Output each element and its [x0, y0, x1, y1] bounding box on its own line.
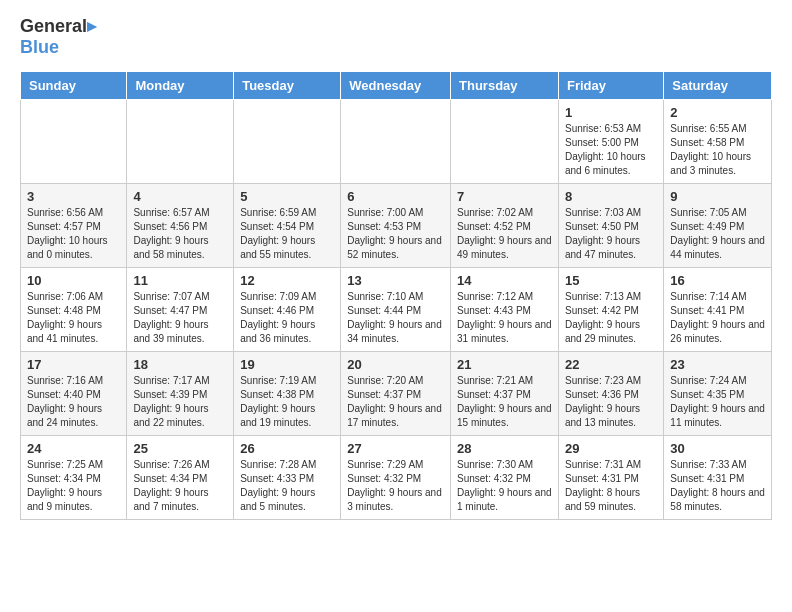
calendar-header-friday: Friday — [558, 72, 663, 100]
day-info: Sunrise: 7:28 AM Sunset: 4:33 PM Dayligh… — [240, 458, 334, 514]
calendar-cell — [21, 100, 127, 184]
day-info: Sunrise: 7:13 AM Sunset: 4:42 PM Dayligh… — [565, 290, 657, 346]
calendar-cell: 24Sunrise: 7:25 AM Sunset: 4:34 PM Dayli… — [21, 436, 127, 520]
day-number: 19 — [240, 357, 334, 372]
day-number: 11 — [133, 273, 227, 288]
calendar-cell: 8Sunrise: 7:03 AM Sunset: 4:50 PM Daylig… — [558, 184, 663, 268]
calendar-cell: 20Sunrise: 7:20 AM Sunset: 4:37 PM Dayli… — [341, 352, 451, 436]
day-info: Sunrise: 7:07 AM Sunset: 4:47 PM Dayligh… — [133, 290, 227, 346]
day-info: Sunrise: 7:26 AM Sunset: 4:34 PM Dayligh… — [133, 458, 227, 514]
day-info: Sunrise: 7:16 AM Sunset: 4:40 PM Dayligh… — [27, 374, 120, 430]
calendar-header-wednesday: Wednesday — [341, 72, 451, 100]
calendar-cell: 15Sunrise: 7:13 AM Sunset: 4:42 PM Dayli… — [558, 268, 663, 352]
day-number: 29 — [565, 441, 657, 456]
day-info: Sunrise: 7:25 AM Sunset: 4:34 PM Dayligh… — [27, 458, 120, 514]
day-info: Sunrise: 6:59 AM Sunset: 4:54 PM Dayligh… — [240, 206, 334, 262]
day-number: 17 — [27, 357, 120, 372]
calendar-cell: 25Sunrise: 7:26 AM Sunset: 4:34 PM Dayli… — [127, 436, 234, 520]
day-info: Sunrise: 7:19 AM Sunset: 4:38 PM Dayligh… — [240, 374, 334, 430]
day-number: 8 — [565, 189, 657, 204]
calendar-header-thursday: Thursday — [451, 72, 559, 100]
day-number: 15 — [565, 273, 657, 288]
calendar-cell: 6Sunrise: 7:00 AM Sunset: 4:53 PM Daylig… — [341, 184, 451, 268]
calendar-week-1: 1Sunrise: 6:53 AM Sunset: 5:00 PM Daylig… — [21, 100, 772, 184]
day-number: 13 — [347, 273, 444, 288]
logo-text: General▸ Blue — [20, 16, 96, 57]
day-number: 1 — [565, 105, 657, 120]
calendar-cell: 27Sunrise: 7:29 AM Sunset: 4:32 PM Dayli… — [341, 436, 451, 520]
calendar-cell: 12Sunrise: 7:09 AM Sunset: 4:46 PM Dayli… — [234, 268, 341, 352]
day-info: Sunrise: 7:30 AM Sunset: 4:32 PM Dayligh… — [457, 458, 552, 514]
day-info: Sunrise: 6:56 AM Sunset: 4:57 PM Dayligh… — [27, 206, 120, 262]
calendar-cell: 28Sunrise: 7:30 AM Sunset: 4:32 PM Dayli… — [451, 436, 559, 520]
day-number: 22 — [565, 357, 657, 372]
calendar-header-row: SundayMondayTuesdayWednesdayThursdayFrid… — [21, 72, 772, 100]
day-number: 27 — [347, 441, 444, 456]
day-info: Sunrise: 7:14 AM Sunset: 4:41 PM Dayligh… — [670, 290, 765, 346]
calendar-cell: 3Sunrise: 6:56 AM Sunset: 4:57 PM Daylig… — [21, 184, 127, 268]
day-info: Sunrise: 7:24 AM Sunset: 4:35 PM Dayligh… — [670, 374, 765, 430]
calendar-cell: 18Sunrise: 7:17 AM Sunset: 4:39 PM Dayli… — [127, 352, 234, 436]
day-number: 25 — [133, 441, 227, 456]
calendar-cell: 23Sunrise: 7:24 AM Sunset: 4:35 PM Dayli… — [664, 352, 772, 436]
calendar-cell: 2Sunrise: 6:55 AM Sunset: 4:58 PM Daylig… — [664, 100, 772, 184]
day-info: Sunrise: 7:02 AM Sunset: 4:52 PM Dayligh… — [457, 206, 552, 262]
calendar-cell: 29Sunrise: 7:31 AM Sunset: 4:31 PM Dayli… — [558, 436, 663, 520]
day-number: 21 — [457, 357, 552, 372]
day-number: 26 — [240, 441, 334, 456]
day-info: Sunrise: 6:57 AM Sunset: 4:56 PM Dayligh… — [133, 206, 227, 262]
day-info: Sunrise: 7:12 AM Sunset: 4:43 PM Dayligh… — [457, 290, 552, 346]
day-number: 24 — [27, 441, 120, 456]
day-info: Sunrise: 7:00 AM Sunset: 4:53 PM Dayligh… — [347, 206, 444, 262]
day-info: Sunrise: 6:55 AM Sunset: 4:58 PM Dayligh… — [670, 122, 765, 178]
day-info: Sunrise: 7:05 AM Sunset: 4:49 PM Dayligh… — [670, 206, 765, 262]
calendar-cell: 14Sunrise: 7:12 AM Sunset: 4:43 PM Dayli… — [451, 268, 559, 352]
calendar-cell: 19Sunrise: 7:19 AM Sunset: 4:38 PM Dayli… — [234, 352, 341, 436]
calendar-week-3: 10Sunrise: 7:06 AM Sunset: 4:48 PM Dayli… — [21, 268, 772, 352]
day-number: 3 — [27, 189, 120, 204]
calendar-week-4: 17Sunrise: 7:16 AM Sunset: 4:40 PM Dayli… — [21, 352, 772, 436]
day-info: Sunrise: 7:09 AM Sunset: 4:46 PM Dayligh… — [240, 290, 334, 346]
calendar-week-2: 3Sunrise: 6:56 AM Sunset: 4:57 PM Daylig… — [21, 184, 772, 268]
day-number: 4 — [133, 189, 227, 204]
day-number: 5 — [240, 189, 334, 204]
calendar-cell: 22Sunrise: 7:23 AM Sunset: 4:36 PM Dayli… — [558, 352, 663, 436]
calendar-cell: 30Sunrise: 7:33 AM Sunset: 4:31 PM Dayli… — [664, 436, 772, 520]
day-number: 10 — [27, 273, 120, 288]
day-info: Sunrise: 7:23 AM Sunset: 4:36 PM Dayligh… — [565, 374, 657, 430]
calendar-cell — [341, 100, 451, 184]
day-number: 9 — [670, 189, 765, 204]
day-info: Sunrise: 7:29 AM Sunset: 4:32 PM Dayligh… — [347, 458, 444, 514]
day-info: Sunrise: 7:33 AM Sunset: 4:31 PM Dayligh… — [670, 458, 765, 514]
day-info: Sunrise: 7:17 AM Sunset: 4:39 PM Dayligh… — [133, 374, 227, 430]
day-number: 30 — [670, 441, 765, 456]
calendar-header-sunday: Sunday — [21, 72, 127, 100]
calendar-cell: 16Sunrise: 7:14 AM Sunset: 4:41 PM Dayli… — [664, 268, 772, 352]
calendar-cell — [451, 100, 559, 184]
calendar-cell: 21Sunrise: 7:21 AM Sunset: 4:37 PM Dayli… — [451, 352, 559, 436]
page-container: General▸ Blue SundayMondayTuesdayWednesd… — [0, 0, 792, 536]
logo: General▸ Blue — [20, 16, 96, 57]
calendar-header-monday: Monday — [127, 72, 234, 100]
day-number: 28 — [457, 441, 552, 456]
calendar-cell: 11Sunrise: 7:07 AM Sunset: 4:47 PM Dayli… — [127, 268, 234, 352]
day-number: 16 — [670, 273, 765, 288]
day-number: 12 — [240, 273, 334, 288]
calendar-cell: 26Sunrise: 7:28 AM Sunset: 4:33 PM Dayli… — [234, 436, 341, 520]
calendar-cell — [234, 100, 341, 184]
calendar-cell: 4Sunrise: 6:57 AM Sunset: 4:56 PM Daylig… — [127, 184, 234, 268]
day-info: Sunrise: 6:53 AM Sunset: 5:00 PM Dayligh… — [565, 122, 657, 178]
calendar-header-tuesday: Tuesday — [234, 72, 341, 100]
calendar-cell: 13Sunrise: 7:10 AM Sunset: 4:44 PM Dayli… — [341, 268, 451, 352]
calendar-week-5: 24Sunrise: 7:25 AM Sunset: 4:34 PM Dayli… — [21, 436, 772, 520]
day-number: 2 — [670, 105, 765, 120]
day-number: 14 — [457, 273, 552, 288]
calendar-cell: 1Sunrise: 6:53 AM Sunset: 5:00 PM Daylig… — [558, 100, 663, 184]
calendar-header-saturday: Saturday — [664, 72, 772, 100]
day-number: 7 — [457, 189, 552, 204]
calendar-cell — [127, 100, 234, 184]
calendar-cell: 7Sunrise: 7:02 AM Sunset: 4:52 PM Daylig… — [451, 184, 559, 268]
calendar-cell: 17Sunrise: 7:16 AM Sunset: 4:40 PM Dayli… — [21, 352, 127, 436]
day-info: Sunrise: 7:20 AM Sunset: 4:37 PM Dayligh… — [347, 374, 444, 430]
day-info: Sunrise: 7:06 AM Sunset: 4:48 PM Dayligh… — [27, 290, 120, 346]
